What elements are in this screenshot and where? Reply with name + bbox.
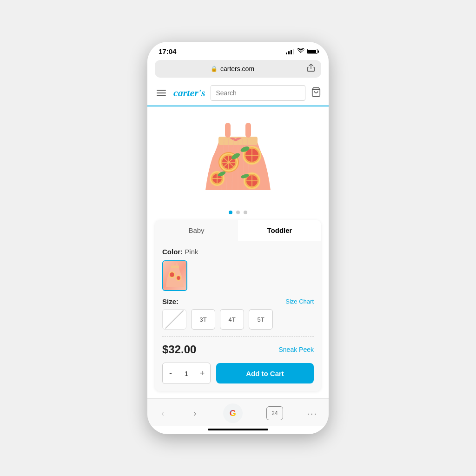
color-label: Color: Pink (162, 248, 314, 256)
google-button[interactable]: G (223, 403, 243, 423)
size-label: Size: (162, 298, 178, 305)
color-options (162, 260, 314, 291)
quantity-value: 1 (178, 370, 194, 377)
phone-frame: 17:04 🔒 (147, 42, 329, 434)
size-btn-3t[interactable]: 3T (191, 309, 215, 330)
tab-toddler[interactable]: Toddler (238, 220, 321, 241)
add-to-cart-button[interactable]: Add to Cart (216, 363, 314, 383)
hamburger-icon (157, 90, 166, 91)
search-button[interactable] (302, 86, 305, 100)
svg-rect-32 (245, 123, 251, 138)
url-bar[interactable]: 🔒 carters.com (155, 60, 321, 78)
back-button[interactable]: ‹ (159, 406, 167, 421)
svg-rect-33 (171, 265, 179, 268)
color-section: Color: Pink (155, 241, 321, 291)
more-options-button[interactable]: ··· (307, 408, 317, 419)
status-icons (286, 48, 317, 55)
search-input[interactable] (211, 86, 302, 100)
color-swatch-pink[interactable] (162, 260, 187, 291)
share-button[interactable] (307, 64, 315, 74)
price-row: $32.00 Sneak Peek (155, 343, 321, 356)
forward-button[interactable]: › (191, 406, 199, 421)
app-header: carter's (147, 80, 329, 106)
google-icon: G (230, 409, 236, 418)
quantity-decrease-button[interactable]: - (163, 363, 178, 383)
tabs-count-button[interactable]: 24 (266, 406, 283, 420)
product-price: $32.00 (162, 343, 196, 356)
browser-navigation: ‹ › G 24 ··· (147, 398, 329, 426)
quantity-increase-button[interactable]: + (194, 363, 210, 383)
image-dot-3[interactable] (244, 211, 247, 214)
sneak-peek-link[interactable]: Sneak Peek (279, 346, 314, 353)
size-btn-unavailable[interactable] (162, 309, 186, 330)
status-time: 17:04 (159, 47, 176, 55)
svg-point-35 (170, 272, 174, 277)
size-section-header: Size: Size Chart (155, 291, 321, 309)
product-tabs: Baby Toddler (155, 220, 321, 241)
svg-rect-38 (172, 263, 174, 266)
cart-row: - 1 + Add to Cart (155, 363, 321, 384)
size-chart-link[interactable]: Size Chart (285, 298, 314, 305)
dress-svg (192, 111, 284, 204)
signal-icon (286, 49, 294, 54)
image-dot-2[interactable] (236, 211, 240, 214)
search-bar[interactable] (211, 85, 305, 101)
size-options: 3T 4T 5T (155, 309, 321, 330)
svg-rect-31 (225, 123, 231, 138)
product-image-area (147, 106, 329, 207)
status-bar: 17:04 (147, 42, 329, 57)
size-btn-4t[interactable]: 4T (220, 309, 244, 330)
svg-point-37 (177, 276, 180, 280)
battery-icon (307, 49, 317, 54)
cart-button[interactable] (311, 87, 321, 99)
tab-baby[interactable]: Baby (155, 220, 238, 241)
product-card: Baby Toddler Color: Pink (155, 220, 321, 391)
url-text: carters.com (220, 65, 254, 73)
wifi-icon (297, 48, 304, 55)
menu-button[interactable] (155, 88, 168, 98)
browser-bar: 🔒 carters.com (147, 57, 329, 80)
svg-rect-39 (176, 263, 178, 266)
image-dots (147, 207, 329, 220)
price-divider (162, 336, 314, 337)
image-dot-1[interactable] (229, 211, 232, 214)
quantity-control: - 1 + (162, 363, 211, 384)
lock-icon: 🔒 (211, 66, 218, 72)
size-btn-5t[interactable]: 5T (249, 309, 273, 330)
brand-logo: carter's (173, 87, 205, 99)
product-image (192, 111, 284, 204)
home-indicator (208, 429, 268, 430)
